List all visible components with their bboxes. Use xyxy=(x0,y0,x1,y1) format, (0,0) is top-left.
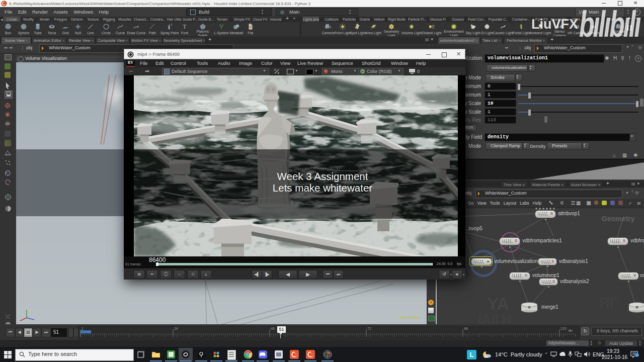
svg-text:24: 24 xyxy=(174,327,178,330)
svg-text:72: 72 xyxy=(367,327,371,330)
svg-text:48: 48 xyxy=(271,327,275,330)
svg-text:Lets make whitewater: Lets make whitewater xyxy=(273,182,372,194)
svg-text:Week 3 Assignment: Week 3 Assignment xyxy=(277,170,368,182)
svg-text:120: 120 xyxy=(560,327,567,330)
svg-text:96: 96 xyxy=(464,327,468,330)
svg-text:1: 1 xyxy=(82,327,84,330)
svg-text:T: T xyxy=(183,24,187,30)
